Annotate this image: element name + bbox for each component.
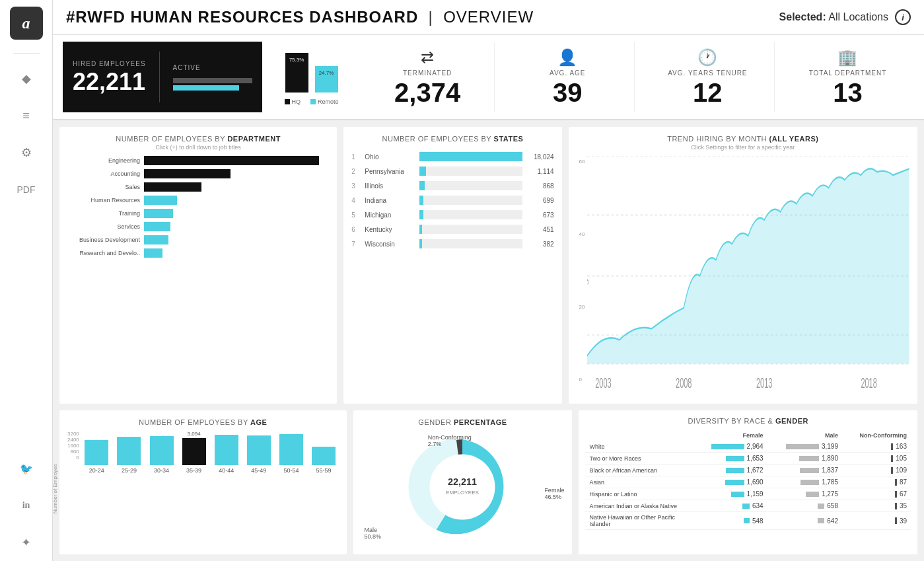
dept-name: Sales xyxy=(67,184,140,190)
main-content: #RWFD HUMAN RESOURCES DASHBOARD | OVERVI… xyxy=(53,0,924,561)
race-name: Native Hawaiian or Other Pacific Islande… xyxy=(585,512,692,530)
state-row: 7 Wisconsin 382 xyxy=(351,239,553,248)
nc-bar xyxy=(895,503,897,509)
age-x-label: 40-44 xyxy=(211,467,241,474)
dept-bar-row: Human Resources xyxy=(67,196,329,205)
dept-bar-row: Services xyxy=(67,222,329,231)
sidebar-divider-1 xyxy=(13,53,40,54)
title-bold: #RWFD HUMAN RESOURCES DASHBOARD xyxy=(66,8,418,26)
race-name: White xyxy=(585,441,692,453)
sidebar-item-twitter[interactable]: 🐦 xyxy=(15,457,38,480)
male-cell: 1,275 xyxy=(767,488,842,500)
sidebar-item-pdf[interactable]: PDF xyxy=(15,178,38,202)
svg-text:Count of Hiring: Count of Hiring xyxy=(587,279,588,364)
selected-label: Selected: All Locations xyxy=(779,11,888,23)
dept-bar-bg xyxy=(144,248,329,258)
nc-bar xyxy=(891,455,893,462)
hired-divider xyxy=(159,52,160,102)
location-chart: 75.3% 24.7% xyxy=(279,50,345,96)
sidebar-item-table[interactable]: ≡ xyxy=(15,104,38,128)
sidebar-item-grid[interactable]: ✦ xyxy=(15,531,38,554)
gender-donut-wrap: 22,211 EMPLOYEES Non-Conforming 2.7% Fem… xyxy=(361,428,565,546)
female-cell: 1,159 xyxy=(692,488,767,500)
male-bar xyxy=(799,456,819,461)
male-value: 1,275 xyxy=(822,490,838,498)
trend-svg: 2003 2008 2013 2018 Count of Hiring xyxy=(587,156,909,396)
hired-label: HIRED EMPLOYEES xyxy=(73,60,146,67)
dept-icon: 🏢 xyxy=(837,48,857,67)
dept-bar xyxy=(144,196,177,205)
diversity-row: Black or African American 1,672 1,837 10… xyxy=(585,465,911,476)
dept-name: Training xyxy=(67,210,140,217)
avg-tenure-label: AVG. YEARS TENURE xyxy=(668,69,747,77)
female-value: 1,672 xyxy=(747,467,764,474)
male-legend: Male 50.8% xyxy=(365,527,382,540)
state-bar-container xyxy=(419,239,522,248)
male-value: 1,785 xyxy=(822,478,838,486)
sidebar-item-diamond[interactable]: ◆ xyxy=(15,67,38,91)
active-label: ACTIVE xyxy=(173,64,252,71)
state-rank: 5 xyxy=(351,211,359,219)
trend-chart-title: TREND HIRING BY MONTH (All Years) xyxy=(577,135,909,143)
female-cell: 1,690 xyxy=(692,476,767,488)
state-row: 3 Illinois 868 xyxy=(351,181,553,190)
state-row: 5 Michigan 673 xyxy=(351,210,553,219)
svg-text:EMPLOYEES: EMPLOYEES xyxy=(446,490,480,496)
dept-bar xyxy=(144,169,231,178)
nc-value: 67 xyxy=(900,490,907,498)
dept-bar-row: Sales xyxy=(67,182,329,192)
female-bar xyxy=(742,504,750,509)
male-bar xyxy=(818,518,824,523)
sidebar-item-settings[interactable]: ⚙ xyxy=(15,141,38,165)
dept-bar-row: Training xyxy=(67,209,329,218)
active-bar-bg xyxy=(173,78,252,83)
terminated-label: TERMINATED xyxy=(403,69,452,77)
state-rank: 2 xyxy=(351,168,359,175)
logo-icon[interactable]: a xyxy=(10,7,43,40)
nonconforming-legend: Non-Conforming 2.7% xyxy=(428,434,472,447)
dept-bar xyxy=(144,248,162,258)
state-bar xyxy=(419,167,426,176)
active-bar xyxy=(173,85,239,91)
male-value: 3,199 xyxy=(822,443,838,450)
title-suffix: OVERVIEW xyxy=(443,8,534,26)
state-rank: 3 xyxy=(351,182,359,190)
male-cell: 1,890 xyxy=(767,453,842,465)
state-name: Michigan xyxy=(365,211,414,219)
age-chart-body: 3200 2400 1600 800 0 Number of Employee … xyxy=(67,431,339,474)
nc-bar xyxy=(891,443,893,450)
diversity-row: American Indian or Alaska Native 634 658… xyxy=(585,500,911,512)
nc-bar xyxy=(895,479,897,486)
nc-bar xyxy=(895,491,897,498)
state-row: 4 Indiana 699 xyxy=(351,196,553,205)
state-bar-container xyxy=(419,196,522,205)
state-bar-container xyxy=(419,152,522,161)
dept-name: Research and Develo.. xyxy=(67,250,140,256)
sidebar-item-linkedin[interactable]: in xyxy=(15,494,38,517)
state-bar xyxy=(419,239,421,248)
nc-cell: 163 xyxy=(842,441,911,453)
state-name: Wisconsin xyxy=(365,241,414,248)
svg-text:2018: 2018 xyxy=(861,375,877,391)
dept-chart-panel: NUMBER OF EMPLOYEES BY DEPARTMENT Click … xyxy=(59,127,337,404)
age-bar-wrap xyxy=(244,431,273,465)
charts-row-2: NUMBER OF EMPLOYEES BY AGE 3200 2400 160… xyxy=(53,410,924,561)
state-bar xyxy=(419,181,424,190)
dept-bar xyxy=(144,222,170,231)
dept-bar-bg xyxy=(144,209,329,218)
male-bar xyxy=(786,444,819,449)
male-bar xyxy=(800,480,819,485)
dept-bar-bg xyxy=(144,156,329,165)
age-chart-title: NUMBER OF EMPLOYEES BY AGE xyxy=(67,418,339,426)
info-button[interactable]: i xyxy=(895,9,911,25)
diversity-chart-panel: DIVERSITY BY RACE & GENDER Female Male N… xyxy=(579,410,917,554)
dept-bar xyxy=(144,182,201,192)
hq-label: HQ xyxy=(285,98,301,105)
sidebar: a ◆ ≡ ⚙ PDF 🐦 in ✦ xyxy=(0,0,53,561)
active-bar-container xyxy=(173,78,252,91)
diversity-row: Two or More Races 1,653 1,890 105 xyxy=(585,453,911,465)
dept-name: Business Development xyxy=(67,237,140,243)
state-rank: 1 xyxy=(351,153,359,161)
states-chart-title: NUMBER OF EMPLOYEES BY STATES xyxy=(351,135,553,143)
svg-text:2013: 2013 xyxy=(756,375,772,391)
